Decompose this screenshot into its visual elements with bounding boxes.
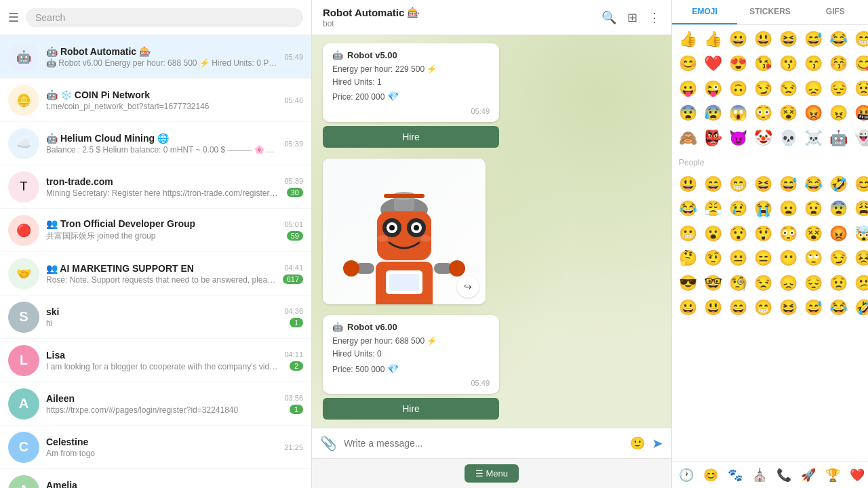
emoji-item[interactable]: 😲 (751, 222, 775, 245)
emoji-item[interactable]: 😅 (802, 296, 825, 319)
emoji-item[interactable]: ❤️ (701, 52, 725, 75)
emoji-item[interactable]: 😏 (827, 247, 850, 270)
emoji-item[interactable]: 😭 (751, 197, 775, 220)
send-button[interactable]: ➤ (652, 435, 663, 451)
emoji-item[interactable]: 😠 (827, 102, 850, 125)
emoji-item[interactable]: 😍 (726, 52, 750, 75)
emoji-item[interactable]: 😐 (726, 247, 750, 270)
chat-item-amelia[interactable]: A Amelia Yes 21:23 (0, 469, 311, 488)
emoji-item[interactable]: 😆 (776, 296, 800, 319)
chat-item-coin-pi-network[interactable]: 🪙 🤖 ❄️ COIN Pi Network t.me/coin_pi_netw… (0, 79, 311, 122)
chat-item-lisa[interactable]: L Lisa I am looking for a blogger to coo… (0, 339, 311, 382)
emoji-item[interactable]: 😏 (751, 77, 775, 100)
emoji-item[interactable]: 😣 (852, 247, 868, 270)
emoji-tab-emoji[interactable]: EMOJI (672, 0, 737, 24)
emoji-item[interactable]: 😕 (852, 272, 868, 295)
chat-item-celestine[interactable]: C Celestine Am from togo 21:25 (0, 426, 311, 469)
emoji-item[interactable]: 😳 (751, 102, 775, 125)
chat-item-helium-cloud[interactable]: ☁️ 🤖 Helium Cloud Mining 🌐 Balance : 2.5… (0, 122, 311, 165)
emoji-item[interactable]: 😵 (802, 222, 825, 245)
emoji-item[interactable]: 😧 (802, 197, 825, 220)
emoji-tab-stickers[interactable]: STICKERS (737, 0, 802, 24)
emoji-item[interactable]: 🤓 (701, 272, 725, 295)
emoji-item[interactable]: 😯 (726, 222, 750, 245)
emoji-item[interactable]: 😆 (776, 28, 800, 51)
emoji-item[interactable]: 😨 (827, 197, 850, 220)
emoji-item[interactable]: 🤖 (827, 127, 850, 150)
chat-item-ai-marketing[interactable]: 🤝 👥 AI MARKETING SUPPORT EN Rose: Note. … (0, 252, 311, 296)
emoji-item[interactable]: 😀 (726, 28, 750, 51)
forward-button[interactable]: ↪ (457, 276, 479, 298)
chat-item-tron-dev[interactable]: 🔴 👥 Tron Official Developer Group 共富国际娱乐… (0, 209, 311, 252)
emoji-bottom-icon-7[interactable]: ❤️ (850, 468, 865, 483)
hire-button-v6[interactable]: Hire (323, 398, 499, 420)
hire-button-v5[interactable]: Hire (323, 126, 499, 148)
emoji-item[interactable]: 😚 (827, 52, 850, 75)
emoji-item[interactable]: 😁 (751, 296, 775, 319)
emoji-bottom-icon-6[interactable]: 🏆 (825, 468, 840, 483)
search-icon[interactable]: 🔍 (601, 10, 616, 25)
emoji-item[interactable]: 😂 (827, 296, 850, 319)
emoji-item[interactable]: 👍 (676, 28, 700, 51)
emoji-item[interactable]: 😩 (852, 197, 868, 220)
emoji-item[interactable]: 👺 (701, 127, 725, 150)
emoji-item[interactable]: ☠️ (802, 127, 825, 150)
emoji-item[interactable]: 😊 (676, 52, 700, 75)
emoji-item[interactable]: 😋 (852, 52, 868, 75)
emoji-item[interactable]: 💀 (776, 127, 800, 150)
emoji-item[interactable]: 😟 (852, 77, 868, 100)
emoji-item[interactable]: 😬 (676, 222, 700, 245)
emoji-item[interactable]: 😁 (852, 28, 868, 51)
emoji-item[interactable]: 🧐 (726, 272, 750, 295)
emoji-item[interactable]: 😂 (827, 28, 850, 51)
emoji-bottom-icon-2[interactable]: 🐾 (728, 468, 743, 483)
emoji-item[interactable]: 😁 (726, 173, 750, 196)
emoji-item[interactable]: 😆 (751, 173, 775, 196)
emoji-bottom-icon-3[interactable]: ⛪ (752, 468, 767, 483)
emoji-item[interactable]: 😂 (676, 197, 700, 220)
emoji-item[interactable]: 😨 (676, 102, 700, 125)
emoji-item[interactable]: 🤯 (852, 222, 868, 245)
emoji-item[interactable]: 😃 (676, 173, 700, 196)
hamburger-menu-icon[interactable]: ☰ (8, 10, 19, 25)
emoji-item[interactable]: 😰 (701, 102, 725, 125)
emoji-item[interactable]: 😟 (827, 272, 850, 295)
emoji-item[interactable]: 😅 (802, 28, 825, 51)
emoji-item[interactable]: 😮 (701, 222, 725, 245)
emoji-item[interactable]: 😢 (726, 197, 750, 220)
emoji-item[interactable]: 😡 (827, 222, 850, 245)
search-input[interactable]: Search (26, 8, 303, 27)
emoji-item[interactable]: 🙄 (802, 247, 825, 270)
emoji-item[interactable]: 😑 (751, 247, 775, 270)
emoji-item[interactable]: 😄 (726, 296, 750, 319)
emoji-item[interactable]: 🤣 (827, 173, 850, 196)
emoji-item[interactable]: 😎 (676, 272, 700, 295)
emoji-item[interactable]: 🤡 (751, 127, 775, 150)
emoji-item[interactable]: 👍 (701, 28, 725, 51)
emoji-item[interactable]: 🙃 (726, 77, 750, 100)
emoji-item[interactable]: 🤔 (676, 247, 700, 270)
chat-item-aileen[interactable]: A Aileen https://trxpe.com/#/pages/login… (0, 382, 311, 426)
chat-item-robot-automatic[interactable]: 🤖 🤖 Robot Automatic 🎰 🤖 Robot v6.00 Ener… (0, 35, 311, 79)
emoji-item[interactable]: 🤬 (852, 102, 868, 125)
emoji-icon[interactable]: 🙂 (630, 436, 645, 451)
emoji-item[interactable]: 😙 (802, 52, 825, 75)
emoji-item[interactable]: 😅 (776, 173, 800, 196)
emoji-item[interactable]: 👻 (852, 127, 868, 150)
emoji-item[interactable]: 🙈 (676, 127, 700, 150)
emoji-item[interactable]: 😶 (776, 247, 800, 270)
emoji-item[interactable]: 😞 (802, 77, 825, 100)
emoji-item[interactable]: 😦 (776, 197, 800, 220)
emoji-item[interactable]: 😔 (802, 272, 825, 295)
emoji-bottom-icon-4[interactable]: 📞 (776, 468, 791, 483)
emoji-item[interactable]: 😱 (726, 102, 750, 125)
emoji-item[interactable]: 😵 (776, 102, 800, 125)
emoji-item[interactable]: 😄 (701, 173, 725, 196)
emoji-item[interactable]: 😤 (701, 197, 725, 220)
emoji-item[interactable]: 😈 (726, 127, 750, 150)
emoji-bottom-icon-5[interactable]: 🚀 (801, 468, 816, 483)
emoji-item[interactable]: 😡 (802, 102, 825, 125)
emoji-item[interactable]: 🤨 (701, 247, 725, 270)
chat-item-tron-trade[interactable]: T tron-trade.com Mining Secretary: Regis… (0, 165, 311, 209)
attach-icon[interactable]: 📎 (320, 435, 337, 451)
